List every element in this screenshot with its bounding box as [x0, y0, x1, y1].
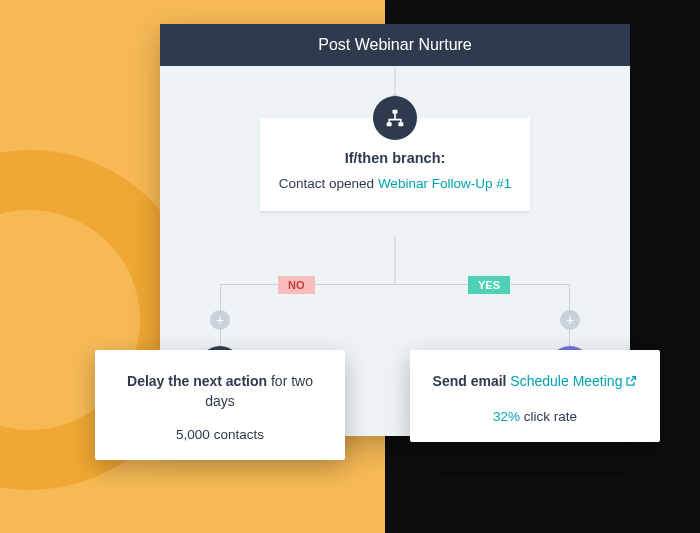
email-step-sub: 32% click rate: [426, 409, 644, 424]
branch-badge-no: NO: [278, 276, 315, 294]
delay-step-sub: 5,000 contacts: [111, 427, 329, 442]
email-step-sub-rest: click rate: [520, 409, 577, 424]
panel-title: Post Webinar Nurture: [160, 24, 630, 66]
email-step-card[interactable]: Send email Schedule Meeting 32% click ra…: [410, 350, 660, 442]
branch-desc-link[interactable]: Webinar Follow-Up #1: [378, 176, 511, 191]
connector-line: [395, 66, 396, 96]
sitemap-icon: [373, 96, 417, 140]
svg-rect-0: [393, 110, 398, 114]
branch-description: Contact opened Webinar Follow-Up #1: [276, 176, 514, 191]
email-step-link[interactable]: Schedule Meeting: [510, 373, 622, 389]
delay-step-title-bold: Delay the next action: [127, 373, 267, 389]
delay-step-card[interactable]: Delay the next action for two days 5,000…: [95, 350, 345, 460]
branch-card[interactable]: If/then branch: Contact opened Webinar F…: [260, 118, 530, 211]
connector-line: [220, 284, 570, 285]
email-step-title-bold: Send email: [433, 373, 511, 389]
branch-desc-prefix: Contact opened: [279, 176, 378, 191]
svg-rect-2: [398, 122, 403, 126]
svg-rect-1: [387, 122, 392, 126]
email-step-title: Send email Schedule Meeting: [426, 372, 644, 393]
branch-title: If/then branch:: [276, 150, 514, 166]
external-link-icon: [625, 373, 637, 393]
connector-line: [395, 236, 396, 284]
add-step-button[interactable]: +: [210, 310, 230, 330]
branch-badge-yes: YES: [468, 276, 510, 294]
add-step-button[interactable]: +: [560, 310, 580, 330]
delay-step-title: Delay the next action for two days: [111, 372, 329, 411]
email-step-metric: 32%: [493, 409, 520, 424]
